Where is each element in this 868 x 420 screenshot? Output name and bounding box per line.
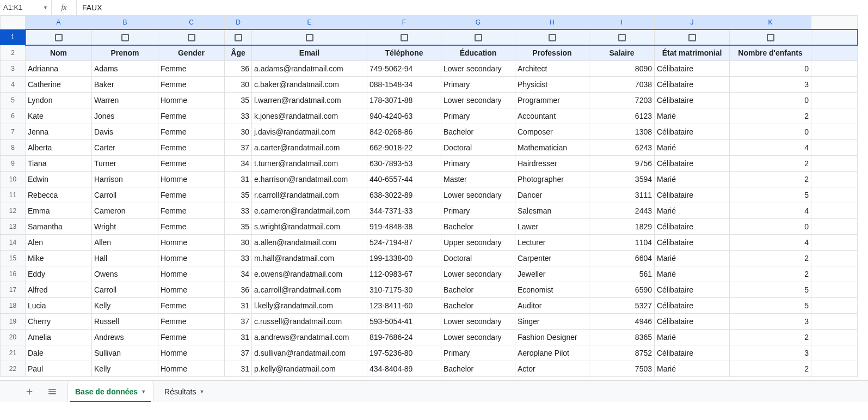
cell[interactable] — [252, 29, 367, 45]
checkbox-icon[interactable] — [188, 34, 195, 41]
cell[interactable]: 123-8411-60 — [367, 298, 441, 314]
cell[interactable]: 940-4240-63 — [367, 108, 441, 124]
cell[interactable]: Carpenter — [515, 251, 589, 266]
cell[interactable]: Bachelor — [441, 361, 515, 377]
cell[interactable]: 662-9018-22 — [367, 140, 441, 156]
cell[interactable]: 4 — [730, 140, 811, 156]
cell[interactable]: Lecturer — [515, 235, 589, 251]
cell[interactable]: 35 — [225, 93, 252, 108]
cell[interactable]: Accountant — [515, 108, 589, 124]
cell[interactable]: Bachelor — [441, 282, 515, 298]
all-sheets-button[interactable] — [45, 384, 60, 399]
cell[interactable]: 5 — [730, 187, 811, 203]
cell[interactable]: Femme — [158, 140, 225, 156]
checkbox-icon[interactable] — [55, 34, 63, 41]
cell[interactable]: Marié — [655, 140, 730, 156]
cell[interactable]: Célibataire — [655, 187, 730, 203]
checkbox-icon[interactable] — [618, 34, 626, 41]
cell[interactable]: Singer — [515, 314, 589, 330]
cell[interactable] — [515, 29, 589, 45]
cell[interactable]: Marié — [655, 108, 730, 124]
cell[interactable]: Lyndon — [26, 93, 92, 108]
cell[interactable]: Edwin — [26, 172, 92, 187]
cell[interactable]: r.carroll@randatmail.com — [252, 187, 367, 203]
cell[interactable]: Master — [441, 172, 515, 187]
cell[interactable]: Jenna — [26, 124, 92, 140]
row-header[interactable]: 22 — [1, 361, 26, 377]
cell[interactable]: e.owens@randatmail.com — [252, 266, 367, 282]
cell[interactable]: Célibataire — [655, 61, 730, 77]
cell[interactable] — [811, 251, 858, 266]
cell[interactable]: Programmer — [515, 93, 589, 108]
cell[interactable] — [92, 29, 158, 45]
cell[interactable]: 344-7371-33 — [367, 203, 441, 219]
cell[interactable]: 1308 — [589, 124, 655, 140]
cell[interactable]: 088-1548-34 — [367, 77, 441, 93]
cell[interactable]: Lawer — [515, 219, 589, 235]
column-header-B[interactable]: B — [92, 16, 158, 29]
cell[interactable]: 7038 — [589, 77, 655, 93]
cell[interactable]: Homme — [158, 172, 225, 187]
cell[interactable] — [225, 29, 252, 45]
cell[interactable] — [811, 187, 858, 203]
cell[interactable] — [811, 235, 858, 251]
cell[interactable]: Carter — [92, 140, 158, 156]
cell[interactable]: Lower secondary — [441, 330, 515, 345]
cell[interactable]: Turner — [92, 156, 158, 172]
row-header[interactable]: 19 — [1, 314, 26, 330]
cell[interactable]: 3 — [730, 314, 811, 330]
cell[interactable]: 3 — [730, 345, 811, 361]
cell[interactable]: 3 — [730, 77, 811, 93]
cell[interactable]: 8090 — [589, 61, 655, 77]
cell[interactable]: Amelia — [26, 330, 92, 345]
cell[interactable]: c.russell@randatmail.com — [252, 314, 367, 330]
cell[interactable]: 310-7175-30 — [367, 282, 441, 298]
row-header[interactable]: 16 — [1, 266, 26, 282]
checkbox-icon[interactable] — [475, 34, 482, 41]
header-cell[interactable]: Téléphone — [367, 45, 441, 61]
cell[interactable]: Femme — [158, 108, 225, 124]
cell[interactable]: c.baker@randatmail.com — [252, 77, 367, 93]
cell[interactable]: 440-6557-44 — [367, 172, 441, 187]
cell[interactable]: Paul — [26, 361, 92, 377]
cell[interactable]: 1104 — [589, 235, 655, 251]
add-sheet-button[interactable] — [22, 384, 37, 399]
cell[interactable]: Femme — [158, 124, 225, 140]
cell[interactable] — [811, 156, 858, 172]
cell[interactable]: Jeweller — [515, 266, 589, 282]
cell[interactable]: 561 — [589, 266, 655, 282]
cell[interactable]: Dancer — [515, 187, 589, 203]
checkbox-icon[interactable] — [306, 34, 313, 41]
cell[interactable]: Célibataire — [655, 314, 730, 330]
cell[interactable] — [158, 29, 225, 45]
cell[interactable]: Adams — [92, 61, 158, 77]
row-header[interactable]: 21 — [1, 345, 26, 361]
chevron-down-icon[interactable]: ▼ — [141, 389, 146, 394]
cell[interactable] — [811, 172, 858, 187]
cell[interactable]: Célibataire — [655, 219, 730, 235]
cell[interactable]: Marié — [655, 330, 730, 345]
cell[interactable]: Adrianna — [26, 61, 92, 77]
cell[interactable]: 6590 — [589, 282, 655, 298]
cell[interactable]: Célibataire — [655, 156, 730, 172]
header-cell[interactable]: Nom — [26, 45, 92, 61]
header-cell[interactable]: Âge — [225, 45, 252, 61]
cell[interactable] — [367, 29, 441, 45]
cell[interactable]: 31 — [225, 361, 252, 377]
cell[interactable]: 199-1338-00 — [367, 251, 441, 266]
cell[interactable]: a.carter@randatmail.com — [252, 140, 367, 156]
row-header[interactable]: 1 — [1, 29, 26, 45]
cell[interactable]: Lower secondary — [441, 187, 515, 203]
cell[interactable]: a.andrews@randatmail.com — [252, 330, 367, 345]
cell[interactable]: Catherine — [26, 77, 92, 93]
cell[interactable]: Primary — [441, 77, 515, 93]
cell[interactable]: 2 — [730, 330, 811, 345]
cell[interactable]: Alfred — [26, 282, 92, 298]
cell[interactable] — [811, 93, 858, 108]
cell[interactable] — [811, 108, 858, 124]
cell[interactable]: Alberta — [26, 140, 92, 156]
cell[interactable]: Homme — [158, 235, 225, 251]
cell[interactable]: Primary — [441, 203, 515, 219]
cell[interactable]: 638-3022-89 — [367, 187, 441, 203]
cell[interactable]: Tiana — [26, 156, 92, 172]
